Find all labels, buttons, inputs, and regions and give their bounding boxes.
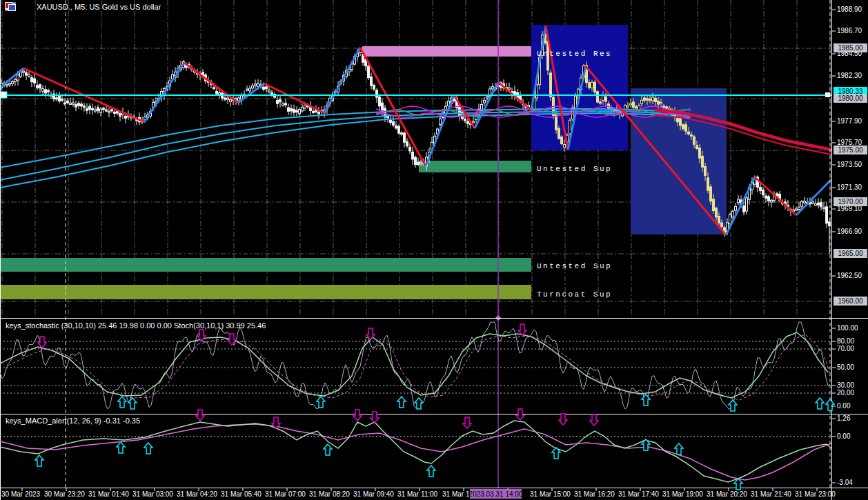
candle-body xyxy=(464,119,466,121)
candle-body xyxy=(721,223,723,226)
candle-body xyxy=(17,75,19,81)
candle-body xyxy=(81,104,83,106)
candle-body xyxy=(630,103,632,105)
candle-body xyxy=(826,207,828,223)
candle-body xyxy=(379,97,381,106)
candle-body xyxy=(732,211,734,217)
candle-body xyxy=(20,72,22,76)
candle-body xyxy=(765,196,767,198)
candle-body xyxy=(406,141,408,146)
candle-body xyxy=(119,114,121,117)
candle-body xyxy=(125,116,127,118)
sell-signal-arrow xyxy=(590,414,598,426)
candle-body xyxy=(796,209,798,210)
candle-body xyxy=(75,105,77,107)
zone-band[interactable] xyxy=(419,161,531,172)
candle-body xyxy=(227,98,229,99)
candle-body xyxy=(390,120,392,122)
candle-body xyxy=(644,98,646,100)
candle-body xyxy=(216,91,218,93)
candle-body xyxy=(633,102,635,108)
candle-body xyxy=(417,162,420,165)
candle-body xyxy=(282,104,284,106)
candle-body xyxy=(677,119,679,122)
candle-body xyxy=(86,108,88,110)
candle-body xyxy=(108,111,110,112)
zone-band[interactable] xyxy=(362,46,531,57)
candle-body xyxy=(39,85,41,88)
candle-body xyxy=(238,98,240,101)
buy-signal-arrow xyxy=(118,397,126,408)
candle-body xyxy=(285,103,287,105)
scale-ticks xyxy=(22,10,836,491)
candle-body xyxy=(117,111,119,113)
chart-window-icon[interactable] xyxy=(19,2,30,11)
candle-body xyxy=(652,97,654,101)
zigzag-up-segment xyxy=(0,68,23,88)
title-bar: XAUUSD., M5: US Gold vs US dollar xyxy=(5,2,161,11)
candle-body xyxy=(815,204,817,206)
candle-body xyxy=(266,87,268,89)
candle-body xyxy=(641,100,643,103)
buy-signal-arrow xyxy=(397,397,406,408)
candle-body xyxy=(268,90,270,92)
sell-signal-arrow xyxy=(371,412,379,423)
chart-canvas[interactable] xyxy=(0,0,868,500)
candle-body xyxy=(597,92,599,102)
zigzag-up-segment xyxy=(475,82,498,128)
candle-body xyxy=(440,119,442,124)
candle-body xyxy=(31,78,33,82)
candle-body xyxy=(704,166,707,175)
stochastic-panel-layer xyxy=(0,322,834,411)
chart-title: XAUUSD., M5: US Gold vs US dollar xyxy=(37,3,161,11)
candle-body xyxy=(627,106,629,107)
price-line-end-marker[interactable] xyxy=(825,92,830,97)
sell-signal-arrow xyxy=(463,417,471,428)
candle-body xyxy=(28,75,30,77)
zone-band[interactable] xyxy=(0,258,531,272)
candle-body xyxy=(92,108,94,110)
candle-body xyxy=(313,111,315,112)
candle-body xyxy=(219,92,221,94)
candle-body xyxy=(602,96,604,101)
candle-body xyxy=(288,108,290,111)
buy-signal-arrow xyxy=(144,443,152,454)
buy-signal-arrow xyxy=(826,399,834,410)
candle-body xyxy=(100,109,102,112)
zigzag-down-segment xyxy=(755,177,796,215)
candle-body xyxy=(658,101,660,105)
buy-signal-arrow xyxy=(642,394,650,406)
sell-signal-arrow xyxy=(518,324,526,335)
candle-body xyxy=(302,108,304,111)
candle-body xyxy=(23,71,25,72)
candle-body xyxy=(492,87,494,89)
candle-body xyxy=(415,157,417,165)
candle-body xyxy=(106,110,108,111)
candle-body xyxy=(14,79,17,81)
candle-body xyxy=(738,199,740,203)
candle-body xyxy=(368,66,370,78)
candle-body xyxy=(600,102,602,103)
buy-signal-arrow xyxy=(729,400,737,411)
zone-band[interactable] xyxy=(0,285,531,299)
candle-body xyxy=(605,97,607,101)
candle-body xyxy=(393,121,395,125)
candle-body xyxy=(760,187,762,190)
candle-body xyxy=(72,103,75,104)
candle-body xyxy=(707,178,709,190)
candle-body xyxy=(97,108,99,110)
candle-body xyxy=(818,203,820,205)
candle-body xyxy=(37,86,39,88)
candle-body xyxy=(371,77,373,86)
candle-body xyxy=(649,99,651,101)
zigzag-up-segment xyxy=(144,63,184,122)
candle-body xyxy=(743,206,745,212)
price-line-start-marker[interactable] xyxy=(1,92,7,98)
buy-signal-arrow xyxy=(35,455,43,466)
candle-body xyxy=(318,112,320,114)
candle-body xyxy=(224,98,226,99)
candle-body xyxy=(718,216,720,223)
buy-signal-arrow xyxy=(117,442,125,453)
zigzag-up-segment xyxy=(426,95,454,166)
sell-signal-arrow xyxy=(559,414,567,425)
